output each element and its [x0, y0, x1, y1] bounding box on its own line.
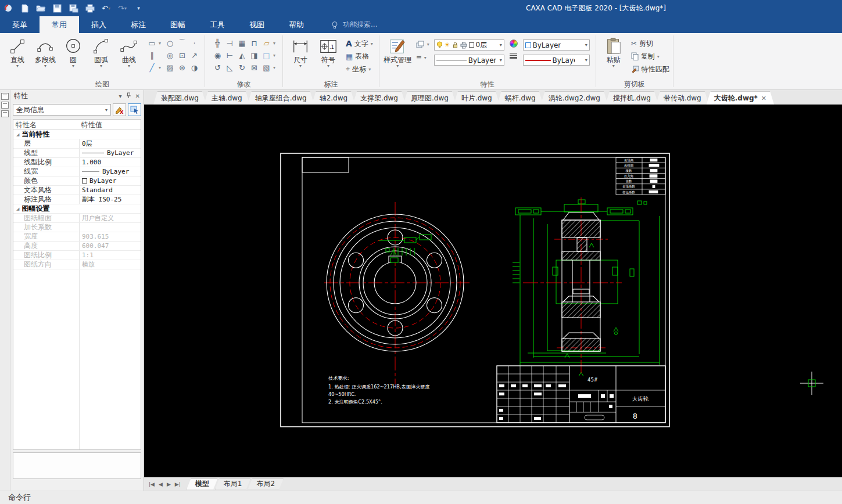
prop-row-layer[interactable]: 层0层: [13, 139, 141, 149]
doc-tab[interactable]: 搅拌机.dwg: [605, 91, 658, 105]
doc-tab[interactable]: 支撑架.dwg: [353, 91, 406, 105]
mirror-icon[interactable]: ◭: [237, 50, 248, 60]
lineweight-combo[interactable]: ByLayer ▾: [523, 55, 590, 66]
explode-icon[interactable]: ⊠: [249, 62, 260, 73]
prop-row-lengthen-factor[interactable]: 加长系数: [13, 223, 141, 232]
text-button[interactable]: A文字▾: [346, 38, 375, 49]
menu-tab-bangzhu[interactable]: 帮助: [277, 16, 316, 33]
menu-tab-shitu[interactable]: 视图: [237, 16, 277, 33]
region-icon[interactable]: ◎: [164, 50, 175, 60]
save-all-icon[interactable]: [69, 3, 78, 13]
line-button[interactable]: 直线▾: [3, 35, 31, 68]
menu-tab-changyong[interactable]: 常用: [40, 16, 79, 33]
extend-icon[interactable]: ⊢: [224, 50, 235, 60]
function-search[interactable]: 功能搜索...: [331, 16, 377, 33]
rotate-icon[interactable]: ↻: [237, 62, 248, 73]
section-current-properties[interactable]: ◢当前特性: [13, 130, 141, 139]
prop-row-lineweight[interactable]: 线宽ByLayer: [13, 167, 141, 177]
layer-tools-button[interactable]: ▾: [416, 39, 432, 49]
tool-palette-tab-icon[interactable]: [1, 110, 9, 117]
doc-tab[interactable]: 带传动.dwg: [656, 91, 709, 105]
point-icon[interactable]: ·: [189, 38, 200, 48]
scale-icon[interactable]: ↺: [212, 62, 223, 73]
erase-icon[interactable]: ▱: [261, 38, 272, 48]
prev-layout-icon[interactable]: ◀: [159, 481, 163, 487]
color-wheel-icon[interactable]: [510, 39, 518, 48]
linetype-combo[interactable]: ByLayer ▾: [434, 55, 504, 66]
sketch-line-icon[interactable]: ╱: [146, 62, 157, 73]
qat-customize-icon[interactable]: ▾: [134, 3, 144, 13]
new-file-icon[interactable]: [20, 3, 30, 13]
menu-tab-tufu[interactable]: 图幅: [158, 16, 198, 33]
panel-dropdown-icon[interactable]: ▾: [119, 93, 122, 99]
gear-icon[interactable]: ⊛: [177, 62, 188, 73]
doc-tab[interactable]: 原理图.dwg: [403, 91, 456, 105]
style-manager-button[interactable]: 样式管理▾: [383, 35, 413, 68]
hatch-edit-icon[interactable]: ▧: [261, 62, 272, 73]
open-file-icon[interactable]: [36, 3, 46, 13]
trim-icon[interactable]: ⊣: [224, 38, 235, 48]
paste-button[interactable]: 粘贴▾: [600, 35, 628, 68]
prop-row-sheet-size[interactable]: 图纸幅面用户自定义: [13, 214, 141, 223]
ellipse-icon[interactable]: ○: [164, 38, 175, 48]
doc-tab[interactable]: 主轴.dwg: [204, 91, 250, 105]
prop-row-height[interactable]: 高度600.047: [13, 242, 141, 251]
next-layout-icon[interactable]: ▶: [167, 481, 171, 487]
redo-icon[interactable]: ↷▾: [117, 3, 127, 13]
selection-scope-select[interactable]: 全局信息 ▾: [13, 104, 111, 116]
print-icon[interactable]: [85, 3, 95, 13]
prop-row-text-style[interactable]: 文本风格Standard: [13, 186, 141, 195]
menu-tab-caidan[interactable]: 菜单: [0, 16, 40, 33]
panel-pin-icon[interactable]: [126, 92, 131, 100]
doc-tab[interactable]: 轴承座组合.dwg: [248, 91, 314, 105]
prop-row-scale[interactable]: 图纸比例1:1: [13, 251, 141, 260]
color-combo[interactable]: ByLayer ▾: [523, 39, 590, 51]
contour-icon[interactable]: ⌒: [177, 38, 188, 48]
doc-tab-active[interactable]: 大齿轮.dwg*✕: [707, 91, 774, 105]
layout-tab-layout1[interactable]: 布局1: [215, 478, 251, 490]
doc-tab[interactable]: 叶片.dwg: [454, 91, 500, 105]
first-layout-icon[interactable]: |◀: [149, 481, 155, 487]
dimension-button[interactable]: 尺寸▾: [286, 35, 314, 68]
rectangle-icon[interactable]: ▭: [146, 38, 157, 48]
menu-tab-gongju[interactable]: 工具: [198, 16, 237, 33]
match-properties-button[interactable]: 特性匹配: [631, 63, 669, 75]
doc-tab[interactable]: 蜗杆.dwg: [497, 91, 543, 105]
linetype-tools-button[interactable]: ≡▾: [416, 53, 432, 62]
last-layout-icon[interactable]: ▶|: [175, 481, 181, 487]
quick-select-button[interactable]: [128, 103, 141, 116]
layout-tab-model[interactable]: 模型: [187, 478, 218, 490]
offset-icon[interactable]: ◨: [249, 50, 260, 60]
symbol-button[interactable]: .1 符号▾: [314, 35, 342, 68]
chamfer-icon[interactable]: ◺: [224, 62, 235, 73]
prop-row-linetype[interactable]: 线型ByLayer: [13, 149, 141, 158]
drawing-canvas[interactable]: 齿顶高 齿根圆 模数 压力角 齿数 齿顶系数 变位系数: [144, 105, 842, 477]
menu-tab-charu[interactable]: 插入: [79, 16, 119, 33]
doc-tab[interactable]: 涡轮.dwg2.dwg: [541, 91, 608, 105]
layout-tab-layout2[interactable]: 布局2: [248, 478, 284, 490]
prop-row-dim-style[interactable]: 标注风格副本 ISO-25: [13, 195, 141, 204]
section-sheet-settings[interactable]: ◢图幅设置: [13, 204, 141, 214]
text-arc-icon[interactable]: ◑: [189, 62, 200, 73]
hatch-icon[interactable]: ▨: [164, 62, 175, 73]
app-logo-icon[interactable]: [3, 3, 13, 13]
bolt-icon[interactable]: ⊡: [177, 50, 188, 60]
copy-entity-icon[interactable]: ◉: [212, 50, 223, 60]
doc-tab[interactable]: 装配图.dwg: [153, 91, 206, 105]
polyline-button[interactable]: 多段线▾: [31, 35, 59, 68]
arc-button[interactable]: 圆弧▾: [87, 35, 115, 68]
save-icon[interactable]: [52, 3, 62, 13]
cut-button[interactable]: ✂剪切: [631, 38, 669, 49]
lineweight-tool-icon[interactable]: [509, 52, 518, 59]
move-icon[interactable]: ╬: [212, 38, 223, 48]
clear-edit-button[interactable]: x: [113, 103, 126, 116]
doc-tab[interactable]: 轴2.dwg: [312, 91, 356, 105]
undo-icon[interactable]: ↶▾: [101, 3, 111, 13]
arrow-icon[interactable]: ↗: [189, 50, 200, 60]
table-button[interactable]: ▦表格: [346, 51, 375, 62]
prop-row-width[interactable]: 宽度903.615: [13, 232, 141, 242]
copy-button[interactable]: 复制▾: [631, 51, 669, 62]
layer-combo[interactable]: ☀ 0层 ▾: [434, 39, 504, 51]
command-line-label[interactable]: 命令行: [8, 492, 31, 503]
menu-tab-biaozhu[interactable]: 标注: [119, 16, 158, 33]
